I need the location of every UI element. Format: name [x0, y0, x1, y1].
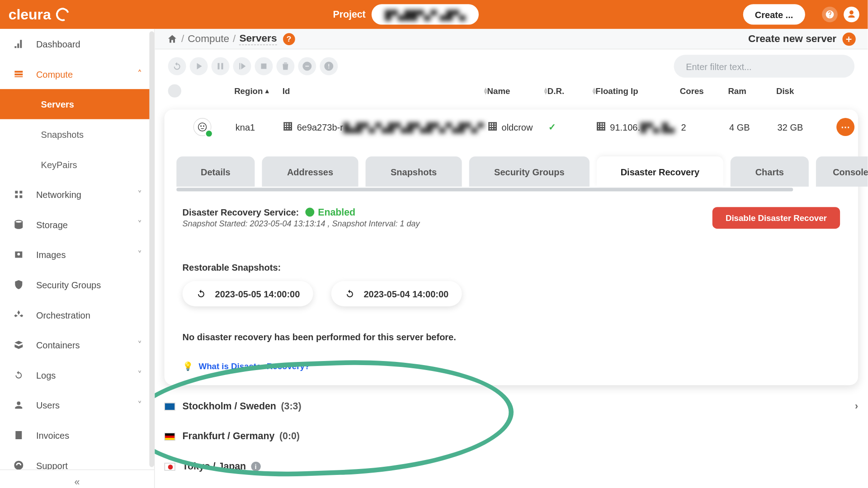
sidebar-item-networking[interactable]: Networking ˅ [0, 179, 154, 210]
cell-ram: 4 GB [729, 122, 778, 132]
dr-snapshot-note: Snapshot Started: 2023-05-04 13:13:14 , … [183, 219, 420, 228]
create-button[interactable]: Create ... [743, 4, 805, 24]
account-icon[interactable] [844, 7, 859, 23]
qr-icon [488, 122, 497, 131]
resume-button[interactable] [233, 57, 251, 75]
sidebar-item-compute[interactable]: Compute ˄ [0, 59, 154, 89]
sidebar-item-label: Compute [36, 69, 73, 80]
delete-button[interactable] [276, 57, 294, 75]
home-icon[interactable] [167, 33, 178, 44]
tab-addresses[interactable]: Addresses [262, 156, 358, 187]
sidebar-item-dashboard[interactable]: Dashboard [0, 29, 154, 59]
status-running-icon [205, 129, 213, 138]
sidebar-item-security-groups[interactable]: Security Groups [0, 270, 154, 300]
tab-details[interactable]: Details [176, 156, 255, 187]
sidebar-item-label: Orchestration [36, 310, 90, 320]
sidebar-item-snapshots[interactable]: Snapshots [0, 119, 154, 150]
sidebar-collapse-button[interactable]: « [0, 469, 154, 488]
add-server-icon[interactable]: ＋ [842, 32, 855, 45]
restorable-snapshots-title: Restorable Snapshots: [183, 263, 840, 273]
server-row-expanded: kna1 6e9a273b-r█▄█▀▄▀▄█▀▄█▀▄█▀▄▀▄█▀▄▀ ol… [165, 109, 858, 385]
sidebar-item-keypairs[interactable]: KeyPairs [0, 149, 154, 179]
play-button[interactable] [190, 57, 208, 75]
sidebar-item-label: Security Groups [36, 280, 101, 290]
brand-logo[interactable]: cleura [9, 6, 69, 23]
os-icon [193, 118, 212, 136]
flag-japan-icon [165, 463, 175, 470]
tab-snapshots[interactable]: Snapshots [366, 156, 462, 187]
restore-snapshot-button[interactable]: 2023-05-05 14:00:00 [183, 281, 313, 306]
svg-point-0 [198, 123, 207, 131]
pause-button[interactable] [212, 57, 230, 75]
sidebar-item-label: Dashboard [36, 39, 80, 49]
invoices-icon [12, 430, 25, 441]
col-cores: Cores [680, 86, 728, 95]
sidebar-item-label: KeyPairs [41, 159, 77, 169]
dr-panel: Disaster Recovery Service: Enabled Snaps… [165, 187, 858, 385]
disable-dr-button[interactable]: Disable Disaster Recover [712, 207, 840, 229]
sidebar-item-storage[interactable]: Storage ˅ [0, 210, 154, 240]
server-toolbar: Enter filter text... [155, 49, 868, 78]
sidebar-item-users[interactable]: Users ˅ [0, 390, 154, 420]
compute-icon [12, 69, 25, 80]
region-row[interactable]: Tokyo / Japan i [161, 451, 862, 482]
dr-enable-button[interactable] [298, 57, 316, 75]
images-icon [12, 249, 25, 260]
help-icon[interactable] [822, 7, 838, 23]
sidebar-item-support[interactable]: Support [0, 450, 154, 469]
restore-snapshot-button[interactable]: 2023-05-04 14:00:00 [331, 281, 462, 306]
col-name[interactable]: Name▴▾ [487, 86, 547, 95]
svg-point-1 [200, 126, 202, 127]
snapshot-timestamp: 2023-05-04 14:00:00 [363, 289, 448, 299]
project-selector[interactable]: █▀▄██▀▄▀ ▄█▀▄ [372, 4, 479, 24]
dashboard-icon [12, 38, 25, 49]
cell-dr: ✓ [548, 122, 597, 132]
shield-icon [12, 279, 25, 290]
tab-charts[interactable]: Charts [731, 156, 809, 187]
breadcrumb-help-icon[interactable]: ? [283, 33, 295, 45]
qr-icon [283, 122, 292, 131]
col-region[interactable]: Region ▴ [234, 86, 283, 95]
chevron-down-icon: ˅ [137, 370, 142, 380]
collapse-icon: « [75, 476, 80, 487]
tab-security-groups[interactable]: Security Groups [469, 156, 590, 187]
col-id[interactable]: Id▴▾ [283, 86, 487, 95]
chevron-down-icon: ˅ [137, 189, 142, 200]
stop-button[interactable] [255, 57, 273, 75]
region-count: (0:0) [279, 431, 300, 442]
col-floating-ip[interactable]: Floating Ip [595, 86, 679, 95]
col-dr[interactable]: D.R.▴▾ [547, 86, 596, 95]
region-row[interactable]: Stockholm / Sweden (3:3) › [161, 391, 862, 422]
tab-console[interactable]: Console [816, 156, 868, 187]
chevron-down-icon: ˅ [137, 399, 142, 410]
sidebar-item-servers[interactable]: Servers [0, 89, 154, 119]
sidebar-item-label: Storage [36, 220, 68, 230]
region-label: Stockholm / Sweden [183, 401, 276, 412]
orchestration-icon [12, 310, 25, 320]
sidebar-item-label: Invoices [36, 430, 69, 441]
support-icon [12, 460, 25, 469]
sidebar-item-orchestration[interactable]: Orchestration [0, 300, 154, 330]
brand-mark-icon [54, 5, 71, 23]
sidebar-scrollbar[interactable] [149, 31, 154, 467]
breadcrumb-compute[interactable]: Compute [188, 33, 229, 45]
row-actions-button[interactable]: ⋯ [836, 118, 854, 136]
sidebar-item-images[interactable]: Images ˅ [0, 239, 154, 270]
table-row[interactable]: kna1 6e9a273b-r█▄█▀▄▀▄█▀▄█▀▄█▀▄▀▄█▀▄▀ ol… [165, 109, 858, 144]
info-icon[interactable]: i [251, 462, 260, 471]
refresh-button[interactable] [168, 57, 186, 75]
whatis-dr-link[interactable]: 💡 What is Disaster Recovery? [183, 361, 840, 371]
sidebar-item-invoices[interactable]: Invoices [0, 420, 154, 450]
containers-icon [12, 339, 25, 350]
region-row[interactable]: Frankfurt / Germany (0:0) [161, 421, 862, 451]
sidebar-item-logs[interactable]: Logs ˅ [0, 360, 154, 390]
server-filter-input[interactable]: Enter filter text... [674, 55, 855, 78]
select-all-checkbox[interactable] [168, 84, 181, 97]
sidebar-item-containers[interactable]: Containers ˅ [0, 330, 154, 360]
tab-disaster-recovery[interactable]: Disaster Recovery [597, 156, 723, 187]
storage-icon [12, 219, 25, 230]
dr-disable-button[interactable] [320, 57, 338, 75]
create-new-server-link[interactable]: Create new server [748, 33, 836, 45]
filter-placeholder: Enter filter text... [686, 61, 751, 71]
cell-region: kna1 [236, 122, 284, 132]
